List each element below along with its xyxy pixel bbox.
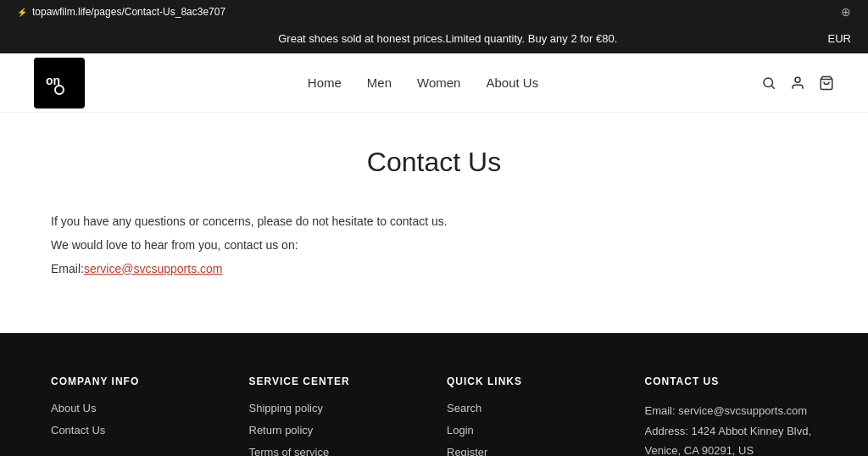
footer-quick-heading: QUICK LINKS <box>447 375 620 387</box>
footer-contact-info: Email: service@svcsupports.com Address: … <box>645 401 818 456</box>
site-footer: COMPANY INFO About Us Contact Us SERVICE… <box>0 333 868 456</box>
cart-icon <box>819 75 834 91</box>
main-content: Contact Us If you have any questions or … <box>0 113 868 333</box>
footer-company-heading: COMPANY INFO <box>51 375 224 387</box>
page-title: Contact Us <box>51 147 817 178</box>
browser-url: topawfilm.life/pages/Contact-Us_8ac3e707 <box>32 6 225 18</box>
footer-register-link[interactable]: Register <box>447 446 487 456</box>
footer-contact-address: Address: 1424 Abbot Kinney Blvd, Venice,… <box>645 421 818 456</box>
nav-about-us[interactable]: About Us <box>486 75 538 90</box>
svg-line-3 <box>771 86 774 88</box>
browser-url-area: ⚡ topawfilm.life/pages/Contact-Us_8ac3e7… <box>17 6 225 18</box>
logo: on <box>34 58 85 108</box>
footer-service-center: SERVICE CENTER Shipping policy Return po… <box>249 375 422 456</box>
svg-point-4 <box>795 77 800 82</box>
footer-service-heading: SERVICE CENTER <box>249 375 422 387</box>
announcement-currency: EUR <box>828 32 851 45</box>
footer-return-link[interactable]: Return policy <box>249 424 314 437</box>
list-item: Return policy <box>249 423 422 437</box>
user-icon <box>790 75 805 91</box>
nav-women[interactable]: Women <box>417 75 460 90</box>
list-item: Terms of service <box>249 445 422 456</box>
footer-company-info: COMPANY INFO About Us Contact Us <box>51 375 224 456</box>
browser-bar: ⚡ topawfilm.life/pages/Contact-Us_8ac3e7… <box>0 0 868 24</box>
logo-svg: on <box>42 66 76 100</box>
search-icon <box>761 75 776 91</box>
header-icons <box>761 75 834 91</box>
contact-line3: Email:service@svcsupports.com <box>51 259 559 280</box>
list-item: Login <box>447 423 620 437</box>
svg-point-2 <box>764 78 773 87</box>
footer-quick-links: QUICK LINKS Search Login Register Tracki… <box>447 375 620 456</box>
footer-quick-links-list: Search Login Register Tracking Order <box>447 401 620 456</box>
footer-about-us-link[interactable]: About Us <box>51 402 96 414</box>
cart-button[interactable] <box>819 75 834 91</box>
browser-favicon: ⚡ <box>17 8 27 17</box>
list-item: Search <box>447 401 620 414</box>
footer-contact-email: Email: service@svcsupports.com <box>645 401 818 420</box>
list-item: Shipping policy <box>249 401 422 414</box>
footer-terms-link[interactable]: Terms of service <box>249 446 330 456</box>
contact-line2: We would love to hear from you, contact … <box>51 236 559 256</box>
site-header: on Home Men Women About Us <box>0 53 868 113</box>
contact-line1: If you have any questions or concerns, p… <box>51 212 559 232</box>
contact-body: If you have any questions or concerns, p… <box>51 212 559 279</box>
footer-contact-us-link[interactable]: Contact Us <box>51 424 105 437</box>
contact-email-link[interactable]: service@svcsupports.com <box>84 262 223 275</box>
nav-home[interactable]: Home <box>308 75 342 90</box>
logo-link[interactable]: on <box>34 58 85 108</box>
footer-shipping-link[interactable]: Shipping policy <box>249 402 323 414</box>
list-item: Contact Us <box>51 423 224 437</box>
footer-search-link[interactable]: Search <box>447 402 481 414</box>
footer-company-links: About Us Contact Us <box>51 401 224 437</box>
announcement-bar: Great shoes sold at honest prices.Limite… <box>0 24 868 53</box>
footer-grid: COMPANY INFO About Us Contact Us SERVICE… <box>51 375 817 456</box>
list-item: About Us <box>51 401 224 414</box>
nav-men[interactable]: Men <box>367 75 392 90</box>
main-nav: Home Men Women About Us <box>308 75 538 90</box>
footer-contact-heading: CONTACT US <box>645 375 818 387</box>
search-button[interactable] <box>761 75 776 91</box>
announcement-text: Great shoes sold at honest prices.Limite… <box>278 32 617 45</box>
browser-extension-icon: ⊕ <box>841 5 851 19</box>
footer-login-link[interactable]: Login <box>447 424 474 437</box>
account-button[interactable] <box>790 75 805 91</box>
footer-service-links: Shipping policy Return policy Terms of s… <box>249 401 422 456</box>
list-item: Register <box>447 445 620 456</box>
footer-contact-col: CONTACT US Email: service@svcsupports.co… <box>645 375 818 456</box>
